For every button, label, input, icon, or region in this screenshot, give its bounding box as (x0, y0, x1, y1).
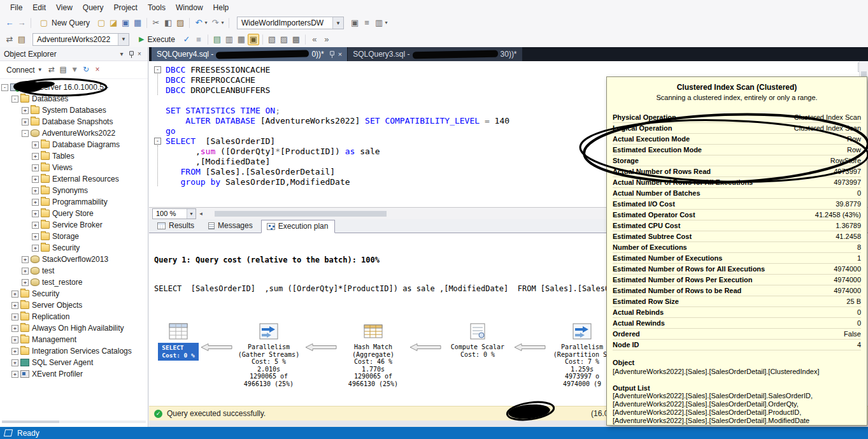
close-icon[interactable]: × (338, 50, 342, 58)
tree-item[interactable]: - Databases (0, 93, 148, 104)
cut-icon[interactable]: ✂ (150, 17, 162, 29)
tree-expander[interactable]: + (11, 371, 18, 378)
connect-server-icon[interactable]: ⇄ (46, 64, 57, 75)
separator[interactable] (208, 34, 208, 45)
chevron-down-icon[interactable]: ▼ (118, 34, 129, 45)
undo-dropdown-icon[interactable]: ▾ (203, 17, 209, 29)
tree-expander[interactable]: + (22, 107, 29, 114)
tree-item[interactable]: + External Resources (0, 173, 148, 185)
results-to-grid-icon[interactable]: ▨ (278, 34, 290, 45)
tree-expander[interactable]: + (22, 279, 29, 286)
pin-icon[interactable] (329, 50, 334, 58)
uncomment-icon[interactable]: » (321, 34, 332, 45)
menu-item[interactable]: Tools (143, 1, 171, 14)
chevron-down-icon[interactable]: ▼ (187, 209, 196, 219)
menu-item[interactable]: Edit (27, 1, 51, 14)
stop-icon[interactable]: × (92, 64, 103, 75)
menu-item[interactable]: View (51, 1, 78, 14)
tree-item[interactable]: + Programmability (0, 196, 148, 208)
new-file-icon[interactable]: ▢ (96, 17, 107, 29)
tree-item[interactable]: + Views (0, 162, 148, 173)
fold-collapse-icon[interactable]: - (154, 66, 161, 73)
scrollbar-thumb[interactable] (2, 421, 59, 423)
save-icon[interactable]: ▣ (120, 17, 131, 29)
separator[interactable] (189, 18, 190, 28)
tree-item[interactable]: + XEvent Profiler (0, 368, 148, 380)
tree-item[interactable]: + Server Objects (0, 299, 148, 311)
tree-item[interactable]: + Storage (0, 231, 148, 242)
menu-item[interactable]: Query (78, 1, 109, 14)
results-to-file-icon[interactable]: ▩ (290, 34, 302, 45)
tree-expander[interactable]: + (11, 291, 18, 298)
available-databases-combobox[interactable]: AdventureWorks2022 ▼ (32, 33, 129, 46)
copy-icon[interactable]: ◧ (162, 17, 174, 29)
save-all-icon[interactable]: ▦ (132, 17, 143, 29)
results-tab[interactable]: Execution plan (261, 220, 336, 233)
chevron-down-icon[interactable]: ▼ (332, 17, 343, 29)
tools-icon[interactable]: ≡ (361, 17, 373, 29)
tree-expander[interactable]: + (32, 199, 39, 206)
tree-expander[interactable]: + (11, 348, 18, 355)
tree-expander[interactable]: + (32, 245, 39, 252)
tree-item[interactable]: + System Databases (0, 104, 148, 116)
execute-button[interactable]: ▶ Execute (134, 33, 180, 46)
new-query-button[interactable]: ▢ New Query (35, 17, 94, 29)
tree-item[interactable]: + Database Diagrams (0, 139, 148, 150)
tree-expander[interactable]: + (32, 176, 39, 183)
menu-item[interactable]: Window (171, 1, 208, 14)
tree-item[interactable]: + StackOverflow2013 (0, 254, 148, 265)
fold-collapse-icon[interactable]: - (154, 138, 161, 145)
pin-icon[interactable] (129, 50, 134, 58)
client-stats-icon[interactable]: ▦ (236, 34, 247, 45)
redo-dropdown-icon[interactable]: ▾ (220, 17, 225, 29)
navigate-backward-icon[interactable]: ← (4, 17, 15, 29)
editor-tab[interactable]: SQLQuery4.sql - 0))* × (152, 47, 347, 61)
tree-item[interactable]: + Replication (0, 311, 148, 322)
tree-item[interactable]: + Service Broker (0, 219, 148, 231)
zoom-select[interactable]: 100 % ▼ (152, 208, 196, 219)
available-databases-icon[interactable]: ▤ (16, 34, 27, 45)
parse-query-icon[interactable]: ✓ (181, 34, 192, 45)
toolbar-options-icon[interactable]: ▾ (383, 17, 389, 29)
change-connection-icon[interactable]: ⇄ (4, 34, 15, 45)
separator[interactable] (262, 34, 263, 45)
window-position-icon[interactable]: ▾ (117, 50, 126, 57)
tree-expander[interactable]: + (32, 141, 39, 148)
database-context-combobox[interactable]: WideWorldImportersDW ▼ (237, 17, 344, 29)
tree-expander[interactable]: - (11, 96, 18, 103)
tree-item[interactable]: - SQL Server 16.0.1000.5 - (0, 82, 148, 93)
tree-expander[interactable]: + (22, 268, 29, 275)
estimated-plan-icon[interactable]: ▤ (211, 34, 223, 45)
tree-item[interactable]: + Integration Services Catalogs (0, 345, 148, 357)
separator[interactable] (146, 18, 147, 28)
refresh-icon[interactable]: ↻ (81, 64, 92, 75)
tree-item[interactable]: + SQL Server Agent (0, 357, 148, 368)
cancel-query-icon[interactable]: ■ (193, 34, 204, 45)
tree-item[interactable]: - AdventureWorks2022 (0, 127, 148, 139)
tree-expander[interactable]: - (22, 130, 29, 137)
tree-item[interactable]: + Tables (0, 150, 148, 162)
plan-node-compute-scalar[interactable]: Compute ScalarCost: 0 % (442, 323, 513, 358)
separator[interactable] (31, 18, 31, 28)
tree-item[interactable]: + Security (0, 288, 148, 299)
close-icon[interactable]: × (135, 50, 144, 57)
tree-item[interactable]: + test_restore (0, 277, 148, 288)
tree-item[interactable]: + Database Snapshots (0, 116, 148, 127)
tree-item[interactable]: + test (0, 265, 148, 277)
tree-expander[interactable]: + (11, 325, 18, 332)
horizontal-scrollbar[interactable] (2, 421, 146, 423)
tree-expander[interactable]: + (22, 119, 29, 126)
actual-plan-icon[interactable]: ▣ (248, 34, 259, 45)
separator[interactable] (229, 18, 229, 28)
tree-expander[interactable]: + (32, 164, 39, 171)
tree-expander[interactable]: + (11, 313, 18, 320)
navigate-forward-icon[interactable]: → (16, 17, 27, 29)
tree-expander[interactable]: + (22, 256, 29, 263)
tree-item[interactable]: + Security (0, 242, 148, 254)
filter-icon[interactable]: ▼ (69, 64, 80, 75)
disconnect-server-icon[interactable]: ▤ (58, 64, 69, 75)
comment-icon[interactable]: « (309, 34, 320, 45)
tree-expander[interactable]: + (32, 233, 39, 240)
editor-tab[interactable]: SQLQuery3.sql - 30))* (348, 47, 522, 61)
scrollbar-thumb[interactable] (215, 211, 387, 217)
